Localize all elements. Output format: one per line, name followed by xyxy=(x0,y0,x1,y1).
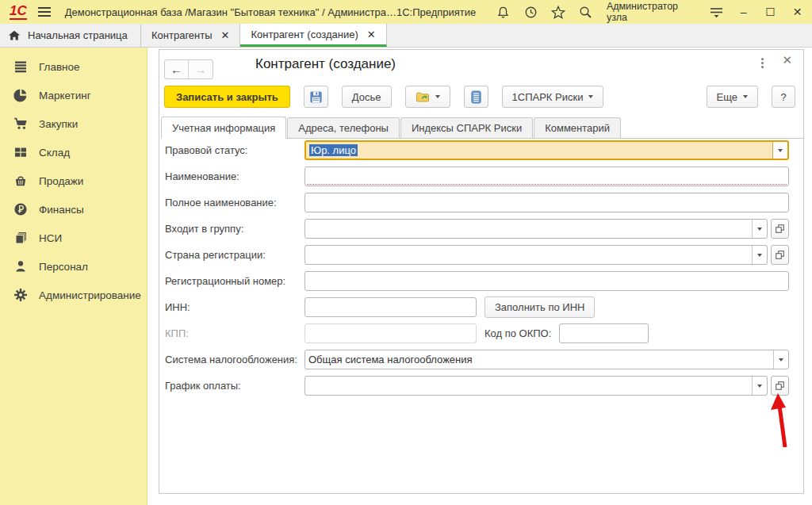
country-value xyxy=(305,246,752,264)
tax-system-value: Общая система налогообложения xyxy=(305,350,773,369)
form-header: ← → Контрагент (создание) ✕ xyxy=(159,50,803,83)
sidebar-item-zakupki[interactable]: Закупки xyxy=(0,109,147,138)
reports-button[interactable] xyxy=(464,86,488,108)
sidebar-item-personal[interactable]: Персонал xyxy=(0,252,147,281)
fill-by-inn-button[interactable]: Заполнить по ИНН xyxy=(485,296,595,318)
sidebar-item-prodazhi[interactable]: Продажи xyxy=(0,166,147,195)
sidebar-item-glavnoe[interactable]: Главное xyxy=(0,52,147,81)
spark-risks-label: 1СПАРК Риски xyxy=(512,91,584,103)
home-page-tab[interactable]: Начальная страница xyxy=(0,24,141,47)
chevron-down-icon xyxy=(588,95,593,98)
legal-status-field[interactable]: Юр. лицо xyxy=(304,140,789,160)
close-icon[interactable]: ✕ xyxy=(221,30,230,40)
1c-logo: 1С xyxy=(10,4,27,20)
tab-label: Контрагент (создание) xyxy=(251,29,358,40)
dropdown-button[interactable] xyxy=(752,220,767,238)
history-icon[interactable] xyxy=(523,5,538,19)
legal-status-label: Правовой статус: xyxy=(165,144,304,156)
full-name-field[interactable] xyxy=(304,193,789,212)
spark-risks-dropdown-button[interactable]: 1СПАРК Риски xyxy=(502,86,604,108)
dropdown-button[interactable] xyxy=(752,246,767,264)
search-icon[interactable] xyxy=(579,5,593,19)
form-tabs: Учетная информация Адреса, телефоны Инде… xyxy=(161,117,803,139)
form-fields: Правовой статус: Юр. лицо Наименование: … xyxy=(165,140,789,402)
group-label: Входит в группу: xyxy=(165,223,304,235)
close-icon[interactable]: ✕ xyxy=(367,29,376,40)
save-and-close-button[interactable]: Записать и закрыть xyxy=(164,86,290,108)
name-field[interactable] xyxy=(304,166,789,186)
favorites-star-icon[interactable] xyxy=(551,5,565,19)
tax-system-label: Система налогообложения: xyxy=(165,354,304,365)
kontragent-form-panel: ← → Контрагент (создание) ✕ Записать и з… xyxy=(159,49,804,494)
back-button[interactable]: ← xyxy=(165,60,189,78)
tab-uchetnaya-informaciya[interactable]: Учетная информация xyxy=(161,117,286,139)
product-name: 1С:Предприятие xyxy=(396,6,476,18)
tab-adresa-telefony[interactable]: Адреса, телефоны xyxy=(287,117,400,138)
kebab-menu-icon[interactable] xyxy=(760,56,765,70)
country-field[interactable] xyxy=(304,245,768,265)
sidebar-item-nsi[interactable]: НСИ xyxy=(0,224,147,252)
notifications-bell-icon[interactable] xyxy=(496,5,510,19)
field-row-payment-schedule: График оплаты: xyxy=(165,376,789,396)
sidebar-item-administrirovanie[interactable]: Администрирование xyxy=(0,281,147,309)
okpo-field[interactable] xyxy=(559,323,649,343)
sidebar-item-sklad[interactable]: Склад xyxy=(0,138,147,166)
menu-icon xyxy=(13,59,28,74)
minimize-button[interactable]: – xyxy=(737,0,750,24)
dossier-button[interactable]: Досье xyxy=(342,86,392,108)
basket-icon xyxy=(13,174,28,188)
sidebar-item-finansy[interactable]: Финансы xyxy=(0,195,147,224)
gear-icon xyxy=(13,288,28,302)
main-menu-icon[interactable] xyxy=(38,7,51,17)
chevron-down-icon xyxy=(435,95,440,98)
inn-field[interactable] xyxy=(304,297,477,317)
report-list-icon xyxy=(470,90,482,104)
forward-button[interactable]: → xyxy=(189,60,213,78)
titlebar-actions: 1С:Предприятие Администратор узла – ☐ ✕ xyxy=(396,0,804,24)
field-row-inn: ИНН: Заполнить по ИНН xyxy=(165,297,789,317)
reg-number-field[interactable] xyxy=(304,271,789,291)
more-actions-button[interactable]: Еще xyxy=(707,86,758,108)
close-window-button[interactable]: ✕ xyxy=(791,0,804,24)
group-field[interactable] xyxy=(304,219,768,239)
sidebar-item-label: Главное xyxy=(39,61,80,73)
field-row-country: Страна регистрации: xyxy=(165,245,789,265)
field-row-name: Наименование: xyxy=(165,166,789,186)
kpp-label: КПП: xyxy=(165,327,304,339)
sidebar-item-marketing[interactable]: Маркетинг xyxy=(0,81,147,109)
tab-kontragent-sozdanie[interactable]: Контрагент (создание) ✕ xyxy=(240,24,386,47)
field-row-group: Входит в группу: xyxy=(165,219,789,239)
chevron-down-icon xyxy=(757,384,762,388)
close-form-icon[interactable]: ✕ xyxy=(782,53,792,67)
kpp-field[interactable] xyxy=(304,323,477,343)
grid-icon xyxy=(13,145,28,159)
more-label: Еще xyxy=(717,91,737,103)
home-icon xyxy=(8,29,21,41)
tab-indeksy-spark-riski[interactable]: Индексы СПАРК Риски xyxy=(400,117,533,138)
field-row-reg-number: Регистрационный номер: xyxy=(165,271,789,291)
country-choose-button[interactable] xyxy=(771,245,789,265)
payment-schedule-value xyxy=(305,377,752,395)
form-title: Контрагент (создание) xyxy=(255,56,396,72)
payment-schedule-label: График оплаты: xyxy=(165,380,304,392)
inn-label: ИНН: xyxy=(165,301,304,313)
maximize-button[interactable]: ☐ xyxy=(764,0,777,24)
dropdown-button[interactable] xyxy=(773,350,788,369)
group-choose-button[interactable] xyxy=(771,219,789,239)
sidebar-item-label: Администрирование xyxy=(39,289,141,301)
dropdown-button[interactable] xyxy=(772,142,787,159)
chevron-down-icon xyxy=(778,149,783,152)
tab-kontragenty[interactable]: Контрагенты ✕ xyxy=(141,24,240,47)
payment-schedule-field[interactable] xyxy=(304,376,768,396)
tab-kommentarij[interactable]: Комментарий xyxy=(534,117,621,138)
help-button[interactable]: ? xyxy=(772,86,795,108)
attached-files-dropdown-button[interactable] xyxy=(405,86,450,108)
service-menu-icon[interactable] xyxy=(709,5,723,19)
current-user-name[interactable]: Администратор узла xyxy=(607,1,696,23)
field-row-legal-status: Правовой статус: Юр. лицо xyxy=(165,140,789,160)
reg-number-label: Регистрационный номер: xyxy=(165,275,304,287)
tax-system-field[interactable]: Общая система налогообложения xyxy=(304,350,789,369)
save-button[interactable] xyxy=(304,86,328,108)
field-row-kpp-okpo: КПП: Код по ОКПО: xyxy=(165,323,789,343)
sidebar-item-label: Персонал xyxy=(39,261,88,273)
